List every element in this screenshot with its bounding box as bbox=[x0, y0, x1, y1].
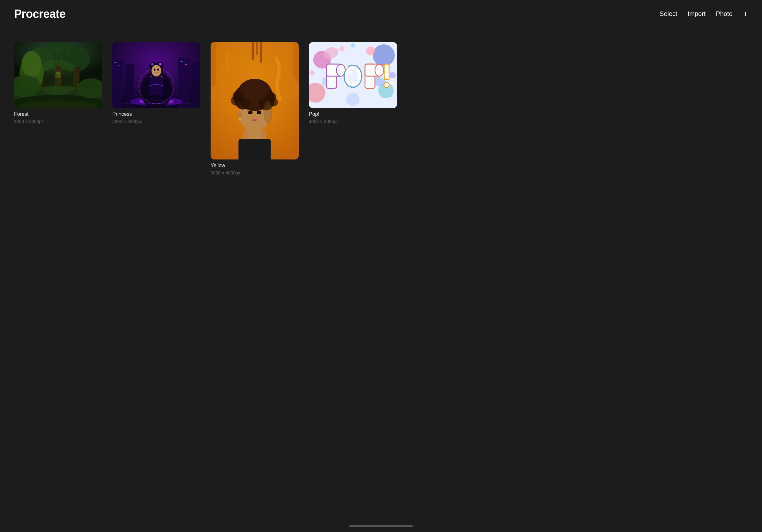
svg-text:✦: ✦ bbox=[388, 58, 391, 62]
svg-point-21 bbox=[56, 71, 60, 75]
svg-point-65 bbox=[257, 111, 261, 114]
artwork-grid: Forest 4000 × 3000px bbox=[14, 42, 397, 175]
artwork-dimensions-yellow: 3000 × 4000px bbox=[211, 170, 299, 175]
header-actions: Select Import Photo + bbox=[659, 9, 748, 19]
svg-point-89 bbox=[348, 69, 358, 83]
artwork-item-forest[interactable]: Forest 4000 × 3000px bbox=[14, 42, 102, 175]
svg-point-59 bbox=[240, 80, 269, 101]
main-content: Forest 4000 × 3000px bbox=[0, 28, 762, 201]
photo-button[interactable]: Photo bbox=[716, 9, 732, 19]
artwork-item-princess[interactable]: Princess 4000 × 3000px bbox=[112, 42, 200, 175]
artwork-thumbnail-yellow[interactable] bbox=[211, 42, 299, 160]
svg-point-66 bbox=[238, 111, 243, 118]
svg-point-74 bbox=[346, 93, 359, 106]
svg-text:✦: ✦ bbox=[390, 95, 393, 98]
new-canvas-button[interactable]: + bbox=[743, 10, 748, 19]
import-button[interactable]: Import bbox=[688, 9, 706, 19]
svg-point-80 bbox=[389, 72, 396, 79]
app-header: Procreate Select Import Photo + bbox=[0, 0, 762, 28]
svg-point-61 bbox=[231, 96, 240, 105]
artwork-name-yellow: Yellow bbox=[211, 163, 299, 168]
artwork-name-forest: Forest bbox=[14, 111, 102, 117]
app-title: Procreate bbox=[14, 7, 66, 21]
scroll-indicator bbox=[349, 525, 413, 527]
artwork-name-princess: Princess bbox=[112, 111, 200, 117]
svg-rect-34 bbox=[150, 77, 163, 95]
svg-rect-23 bbox=[112, 60, 123, 108]
artwork-name-pop: Pop! bbox=[309, 111, 397, 117]
svg-rect-29 bbox=[181, 61, 183, 62]
svg-point-96 bbox=[384, 82, 389, 88]
svg-point-67 bbox=[239, 118, 241, 120]
svg-point-82 bbox=[351, 43, 355, 47]
svg-point-71 bbox=[373, 44, 395, 66]
svg-point-64 bbox=[248, 111, 253, 114]
artwork-item-yellow[interactable]: Yellow 3000 × 4000px bbox=[211, 42, 299, 175]
artwork-dimensions-forest: 4000 × 3000px bbox=[14, 119, 102, 124]
svg-rect-30 bbox=[185, 64, 187, 65]
svg-point-79 bbox=[339, 46, 344, 51]
artwork-dimensions-pop: 4000 × 3000px bbox=[309, 119, 397, 124]
artwork-thumbnail-forest[interactable] bbox=[14, 42, 102, 108]
svg-rect-95 bbox=[384, 64, 389, 79]
svg-rect-53 bbox=[238, 139, 270, 160]
artwork-thumbnail-pop[interactable]: ✦ ✦ ✦ bbox=[309, 42, 397, 108]
svg-point-44 bbox=[157, 69, 159, 71]
svg-point-81 bbox=[310, 70, 315, 76]
svg-point-68 bbox=[264, 101, 272, 124]
artwork-dimensions-princess: 4000 × 3000px bbox=[112, 119, 200, 124]
svg-rect-26 bbox=[191, 62, 200, 108]
svg-rect-49 bbox=[252, 42, 254, 60]
svg-point-40 bbox=[151, 63, 153, 65]
svg-point-77 bbox=[366, 46, 375, 55]
svg-rect-27 bbox=[114, 62, 116, 63]
svg-rect-51 bbox=[260, 42, 262, 62]
artwork-thumbnail-princess[interactable] bbox=[112, 42, 200, 108]
svg-point-41 bbox=[159, 63, 162, 65]
svg-point-43 bbox=[154, 69, 156, 71]
select-button[interactable]: Select bbox=[659, 9, 677, 19]
svg-rect-28 bbox=[118, 65, 120, 66]
artwork-item-pop[interactable]: ✦ ✦ ✦ Pop! 4000 × 3000px bbox=[309, 42, 397, 175]
svg-text:✦: ✦ bbox=[320, 60, 323, 64]
svg-point-94 bbox=[375, 64, 384, 76]
svg-point-42 bbox=[152, 65, 161, 77]
svg-rect-50 bbox=[256, 42, 258, 55]
